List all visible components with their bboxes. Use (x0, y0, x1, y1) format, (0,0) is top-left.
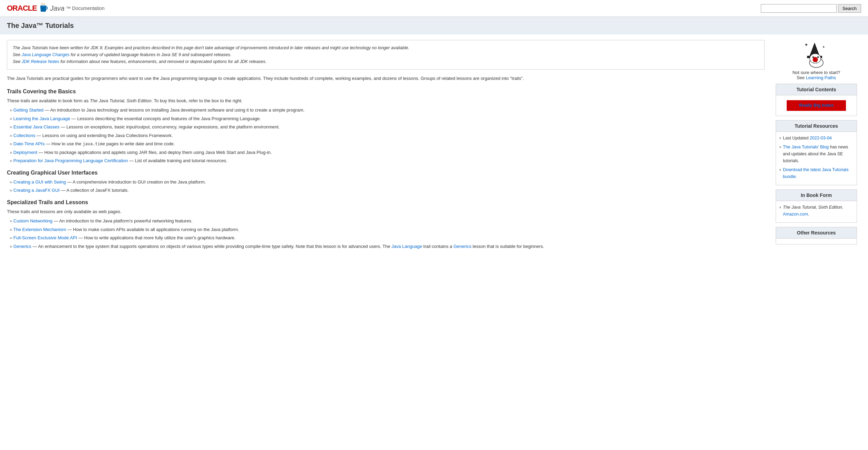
oracle-logo[interactable]: ORACLE (7, 4, 37, 13)
collections-link[interactable]: Collections (13, 133, 35, 138)
list-item: Collections — Lessons on using and exten… (10, 132, 765, 139)
svg-point-0 (40, 5, 46, 7)
generics-beginner-link[interactable]: Generics (453, 244, 471, 249)
basics-list: Getting Started — An introduction to Jav… (7, 107, 765, 164)
page-title-bar: The Java™ Tutorials (0, 17, 868, 34)
search-input[interactable] (761, 4, 837, 13)
resource-item: Last Updated 2022-03-04 (779, 135, 853, 142)
swing-link[interactable]: Creating a GUI with Swing (13, 179, 66, 185)
deployment-link[interactable]: Deployment (13, 150, 37, 155)
sidebar: ✦ ✦ Not sure where to start? See Learnin… (772, 34, 861, 261)
duke-area: ✦ ✦ Not sure where to start? See Learnin… (776, 38, 857, 80)
header: ORACLE Java ™ Documentation Search (0, 0, 868, 17)
doc-label: ™ Documentation (66, 6, 104, 11)
specialized-heading: Specialized Trails and Lessons (7, 199, 765, 206)
search-area: Search (761, 4, 861, 13)
specialized-intro: These trails and lessons are only availa… (7, 208, 765, 215)
learning-java-link[interactable]: Learning the Java Language (13, 116, 70, 121)
resource-item: The Java Tutorials' Blog has news and up… (779, 144, 853, 164)
list-item: Full-Screen Exclusive Mode API — How to … (10, 234, 765, 241)
javafx-link[interactable]: Creating a JavaFX GUI (13, 188, 60, 193)
main-layout: The Java Tutorials have been written for… (0, 34, 868, 261)
list-item: Custom Networking — An introduction to t… (10, 218, 765, 224)
other-resources-title: Other Resources (776, 227, 857, 239)
essential-classes-link[interactable]: Essential Java Classes (13, 124, 60, 129)
svg-text:✦: ✦ (822, 45, 825, 49)
datetime-apis-link[interactable]: Date-Time APIs (13, 141, 45, 146)
book-form-content: The Java Tutorial, Sixth Edition. Amazon… (776, 201, 857, 222)
tutorial-resources-title: Tutorial Resources (776, 121, 857, 132)
list-item: Deployment — How to package applications… (10, 149, 765, 156)
really-big-index-button[interactable]: Really Big Index (787, 100, 846, 111)
svg-point-6 (813, 56, 814, 58)
tutorial-resources-box: Tutorial Resources Last Updated 2022-03-… (776, 120, 857, 185)
svg-point-7 (817, 56, 819, 58)
logo-area: ORACLE Java ™ Documentation (7, 3, 104, 14)
notice-line1: The Java Tutorials have been written for… (13, 44, 759, 51)
last-updated-link[interactable]: 2022-03-04 (810, 136, 832, 140)
notice-line2: See Java Language Changes for a summary … (13, 51, 759, 58)
generics-link[interactable]: Generics (13, 244, 31, 249)
svg-point-9 (816, 62, 817, 63)
not-sure-text: Not sure where to start? See Learning Pa… (776, 70, 857, 80)
fullscreen-link[interactable]: Full-Screen Exclusive Mode API (13, 235, 77, 240)
download-bundle-link[interactable]: Download the latest Java Tutorials bundl… (783, 167, 848, 179)
basics-intro: These trails are available in book form … (7, 97, 765, 104)
svg-text:✦: ✦ (804, 42, 808, 48)
certification-link[interactable]: Preparation for Java Programming Languag… (13, 158, 128, 163)
java-language-changes-link[interactable]: Java Language Changes (22, 52, 70, 57)
other-resources-content (776, 239, 857, 244)
book-form-title: In Book Form (776, 190, 857, 201)
list-item: Creating a JavaFX GUI — A collection of … (10, 187, 765, 194)
list-item: Essential Java Classes — Lessons on exce… (10, 124, 765, 130)
resource-item: Download the latest Java Tutorials bundl… (779, 166, 853, 180)
list-item: Generics — An enhancement to the type sy… (10, 243, 765, 250)
notice-line3: See JDK Release Notes for information ab… (13, 58, 759, 65)
list-item: The Extension Mechanism — How to make cu… (10, 226, 765, 233)
other-resources-box: Other Resources (776, 227, 857, 244)
tutorial-resources-content: Last Updated 2022-03-04 The Java Tutoria… (776, 132, 857, 185)
extension-mechanism-link[interactable]: The Extension Mechanism (13, 227, 66, 232)
amazon-link[interactable]: Amazon.com (783, 212, 808, 217)
intro-text: The Java Tutorials are practical guides … (7, 75, 765, 82)
gui-heading: Creating Graphical User Interfaces (7, 170, 765, 176)
tutorial-contents-box: Tutorial Contents Really Big Index (776, 84, 857, 116)
notice-box: The Java Tutorials have been written for… (7, 40, 765, 70)
book-item: The Java Tutorial, Sixth Edition. Amazon… (779, 204, 853, 218)
tutorials-blog-link[interactable]: The Java Tutorials' Blog (783, 145, 829, 149)
content-area: The Java Tutorials have been written for… (0, 34, 772, 261)
tutorial-contents-title: Tutorial Contents (776, 84, 857, 95)
list-item: Preparation for Java Programming Languag… (10, 157, 765, 164)
duke-mascot-icon: ✦ ✦ (801, 38, 832, 69)
java-label: Java (50, 4, 64, 12)
specialized-list: Custom Networking — An introduction to t… (7, 218, 765, 250)
java-logo-area: Java ™ Documentation (39, 3, 104, 14)
java-language-link[interactable]: Java Language (391, 244, 422, 249)
jdk-release-notes-link[interactable]: JDK Release Notes (22, 59, 59, 64)
java-cup-icon (39, 3, 49, 14)
list-item: Creating a GUI with Swing — A comprehens… (10, 179, 765, 186)
learning-paths-link[interactable]: Learning Paths (806, 75, 836, 80)
svg-point-8 (814, 62, 815, 63)
page-title: The Java™ Tutorials (7, 22, 861, 30)
getting-started-link[interactable]: Getting Started (13, 107, 43, 113)
basics-heading: Trails Covering the Basics (7, 88, 765, 95)
gui-list: Creating a GUI with Swing — A comprehens… (7, 179, 765, 194)
list-item: Getting Started — An introduction to Jav… (10, 107, 765, 114)
search-button[interactable]: Search (838, 4, 861, 13)
tutorial-contents-content: Really Big Index (776, 95, 857, 116)
custom-networking-link[interactable]: Custom Networking (13, 218, 52, 223)
list-item: Learning the Java Language — Lessons des… (10, 115, 765, 122)
list-item: Date-Time APIs — How to use the java.tim… (10, 140, 765, 147)
book-form-box: In Book Form The Java Tutorial, Sixth Ed… (776, 189, 857, 223)
